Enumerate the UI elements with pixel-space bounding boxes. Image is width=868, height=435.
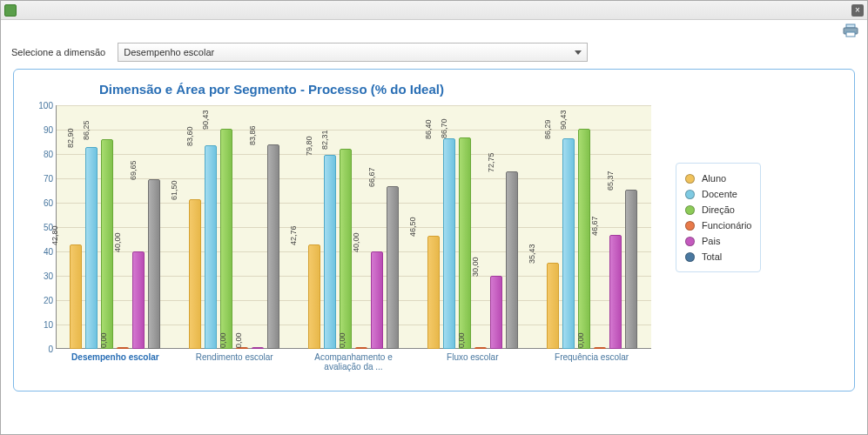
dimension-select[interactable]: Desempenho escolar — [118, 43, 588, 62]
y-tick: 20 — [44, 296, 53, 305]
bar-value-label: 90,43 — [558, 110, 567, 130]
bar-value-label: 30,00 — [471, 257, 480, 277]
bar-group: 46,5086,4086,700,0030,0072,75 — [413, 105, 532, 349]
y-tick: 90 — [44, 125, 53, 135]
titlebar: × — [1, 1, 867, 20]
bar[interactable]: 65,37 — [625, 190, 637, 349]
bar[interactable]: 82,31 — [340, 149, 352, 349]
bar[interactable]: 90,43 — [220, 129, 232, 349]
y-tick: 0 — [48, 345, 53, 354]
x-category-label: Frequência escolar — [532, 352, 651, 371]
legend: Aluno Docente Direção Funcionário Pais T… — [676, 105, 761, 384]
bar-value-label: 79,80 — [305, 136, 313, 156]
bar-value-label: 66,67 — [367, 168, 376, 188]
bar-value-label: 35,43 — [527, 244, 535, 264]
bar-value-label: 82,31 — [320, 130, 329, 150]
bar[interactable]: 86,25 — [101, 139, 113, 350]
legend-item-pais[interactable]: Pais — [685, 233, 751, 249]
bar-value-label: 0,00 — [338, 332, 347, 348]
legend-item-aluno[interactable]: Aluno — [685, 171, 751, 186]
legend-item-funcionario[interactable]: Funcionário — [685, 218, 751, 233]
svg-rect-2 — [846, 32, 855, 37]
bar-value-label: 0,00 — [234, 332, 243, 348]
bar[interactable]: 40,00 — [371, 251, 383, 349]
dimension-controls: Selecione a dimensão Desempenho escolar — [1, 41, 867, 69]
bar-group: 61,5083,6090,430,000,0083,86 — [175, 105, 294, 349]
bar[interactable]: 66,67 — [387, 186, 399, 349]
bar-value-label: 40,00 — [352, 232, 360, 252]
legend-item-direcao[interactable]: Direção — [685, 202, 751, 218]
legend-item-total[interactable]: Total — [685, 249, 751, 264]
bar[interactable]: 46,50 — [427, 236, 440, 349]
bar-group: 42,7679,8082,310,0040,0066,67 — [294, 105, 414, 349]
y-tick: 80 — [44, 150, 53, 159]
close-icon[interactable]: × — [851, 4, 864, 17]
legend-swatch-icon — [685, 237, 695, 246]
x-axis: Desempenho escolarRendimento escolarAcom… — [56, 352, 651, 371]
y-tick: 60 — [44, 198, 53, 208]
bar[interactable]: 0,00 — [594, 347, 606, 349]
bar[interactable]: 0,00 — [474, 347, 487, 349]
bar-value-label: 61,50 — [170, 180, 178, 200]
bar-value-label: 46,67 — [589, 217, 598, 237]
bar-value-label: 69,65 — [129, 160, 138, 180]
bar[interactable]: 82,90 — [85, 147, 98, 349]
bar-value-label: 42,80 — [50, 226, 59, 246]
bar[interactable]: 42,80 — [70, 244, 82, 349]
legend-swatch-icon — [685, 252, 695, 262]
bar-value-label: 83,86 — [248, 126, 257, 146]
x-category-label: Rendimento escolar — [175, 352, 294, 371]
bar-value-label: 86,40 — [424, 120, 433, 140]
bar-value-label: 86,70 — [440, 119, 448, 139]
bar-group: 42,8082,9086,250,0040,0069,65 — [56, 105, 175, 349]
y-tick: 40 — [44, 247, 53, 257]
dimension-label: Selecione a dimensão — [11, 47, 105, 57]
dimension-select-value: Desempenho escolar — [124, 47, 214, 57]
bar[interactable]: 79,80 — [324, 155, 336, 349]
bar-value-label: 86,25 — [82, 120, 91, 140]
bar[interactable]: 35,43 — [547, 263, 559, 349]
bar[interactable]: 86,70 — [459, 137, 471, 349]
chart-plot: 0102030405060708090100 42,8082,9086,250,… — [24, 105, 651, 384]
bar[interactable]: 0,00 — [117, 347, 129, 349]
bar-value-label: 0,00 — [219, 332, 227, 348]
x-category-label: Fluxo escolar — [413, 352, 532, 371]
chevron-down-icon — [575, 50, 582, 55]
bar[interactable]: 30,00 — [490, 276, 502, 349]
chart-title: Dimensão e Área por Segmento - Processo … — [24, 78, 844, 105]
bar-value-label: 40,00 — [113, 232, 122, 252]
bar-value-label: 83,60 — [185, 126, 194, 146]
bar[interactable]: 86,40 — [443, 138, 455, 349]
bar[interactable]: 83,60 — [205, 145, 217, 349]
svg-rect-0 — [846, 24, 855, 28]
bar[interactable]: 0,00 — [355, 347, 367, 349]
bar[interactable]: 42,76 — [308, 244, 320, 349]
bar-value-label: 0,00 — [457, 332, 466, 348]
legend-swatch-icon — [685, 205, 695, 215]
x-category-label: Acompanhamento e avaliação da ... — [294, 352, 414, 371]
bar[interactable]: 90,43 — [578, 129, 590, 349]
bar-value-label: 0,00 — [576, 332, 585, 348]
bar-group: 35,4386,2990,430,0046,6765,37 — [532, 105, 651, 349]
bar-value-label: 90,43 — [201, 110, 210, 130]
bar[interactable]: 72,75 — [506, 171, 518, 349]
bar-value-label: 72,75 — [487, 153, 495, 173]
bar[interactable]: 46,67 — [609, 235, 622, 349]
legend-swatch-icon — [685, 221, 695, 231]
chart-panel: Dimensão e Área por Segmento - Processo … — [13, 69, 855, 392]
bar-value-label: 0,00 — [100, 332, 109, 348]
legend-swatch-icon — [685, 190, 695, 199]
bar-value-label: 86,29 — [542, 120, 551, 140]
bar[interactable]: 86,29 — [562, 138, 575, 349]
bar[interactable]: 69,65 — [148, 179, 160, 349]
y-tick: 100 — [38, 101, 53, 110]
toolbar — [1, 20, 867, 41]
y-tick: 70 — [44, 174, 53, 184]
bar[interactable]: 61,50 — [189, 199, 201, 349]
legend-item-docente[interactable]: Docente — [685, 186, 751, 202]
print-icon[interactable] — [843, 23, 858, 37]
bar[interactable]: 40,00 — [132, 251, 145, 349]
bar[interactable]: 0,00 — [252, 347, 264, 349]
bar[interactable]: 83,86 — [267, 144, 279, 349]
app-icon — [4, 4, 17, 17]
